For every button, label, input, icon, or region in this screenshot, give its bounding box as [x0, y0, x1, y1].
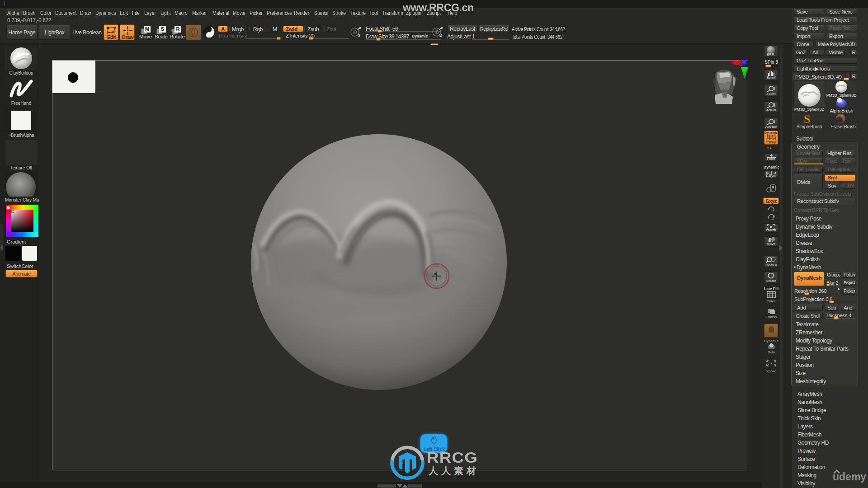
svg-text:BPR: BPR: [767, 52, 774, 56]
svg-text:S: S: [358, 33, 360, 38]
svg-text:S: S: [804, 113, 810, 125]
svg-text:D: D: [439, 33, 443, 38]
svg-text:Y: Y: [772, 209, 774, 212]
svg-text:Z: Z: [772, 217, 774, 220]
